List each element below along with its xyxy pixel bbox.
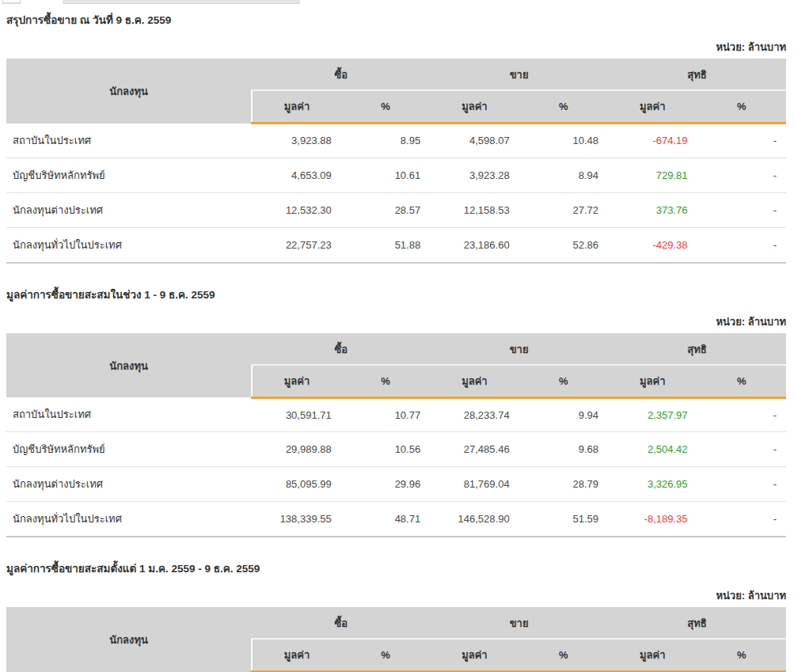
subheader-net-percent: % xyxy=(697,365,786,398)
subheader-sell-percent: % xyxy=(519,90,608,123)
net-percent-cell: - xyxy=(697,467,786,502)
sell-percent-cell: 9.94 xyxy=(519,397,608,432)
sell-percent-cell: 9.68 xyxy=(519,432,608,467)
buy-value-cell: 22,757.23 xyxy=(252,227,340,263)
buy-percent-cell: 8.95 xyxy=(341,123,430,158)
subheader-buy-percent: % xyxy=(341,365,430,398)
investor-cell: บัญชีบริษัทหลักทรัพย์ xyxy=(6,158,252,192)
sell-value-cell: 146,528.90 xyxy=(430,502,519,537)
sell-value-cell: 81,769.04 xyxy=(430,467,519,502)
subheader-buy-percent: % xyxy=(341,90,430,123)
table-row: สถาบันในประเทศ 30,591.71 10.77 28,233.74… xyxy=(6,397,786,432)
investor-cell: นักลงทุนทั่วไปในประเทศ xyxy=(6,227,252,263)
net-percent-cell: - xyxy=(697,502,786,537)
sell-value-cell: 4,598.07 xyxy=(430,123,519,158)
col-header-buy: ซื้อ xyxy=(252,607,430,639)
buy-percent-cell: 29.96 xyxy=(341,467,430,502)
buy-value-cell: 4,653.09 xyxy=(252,158,340,192)
subheader-buy-value: มูลค่า xyxy=(252,639,340,672)
period-summary-section: มูลค่าการซื้อขายสะสมในช่วง 1 - 9 ธ.ค. 25… xyxy=(6,268,786,538)
net-value-cell: 3,326.95 xyxy=(608,467,697,502)
subheader-net-value: มูลค่า xyxy=(608,90,697,123)
ytd-summary-table: นักลงทุน ซื้อ ขาย สุทธิ มูลค่า % มูลค่า … xyxy=(6,607,786,672)
net-value-cell: -429.38 xyxy=(608,227,697,263)
sell-percent-cell: 10.48 xyxy=(519,123,608,158)
daily-summary-table: นักลงทุน ซื้อ ขาย สุทธิ มูลค่า % มูลค่า … xyxy=(6,59,786,264)
sell-percent-cell: 8.94 xyxy=(519,158,608,192)
subheader-sell-value: มูลค่า xyxy=(430,90,519,123)
subheader-net-value: มูลค่า xyxy=(608,639,697,672)
investor-cell: สถาบันในประเทศ xyxy=(6,123,252,158)
net-percent-cell: - xyxy=(697,397,786,432)
unit-label: หน่วย: ล้านบาท xyxy=(6,39,786,55)
section-title: มูลค่าการซื้อขายสะสมตั้งแต่ 1 ม.ค. 2559 … xyxy=(6,542,786,577)
subheader-sell-value: มูลค่า xyxy=(430,639,519,672)
sell-value-cell: 28,233.74 xyxy=(430,397,519,432)
sell-percent-cell: 28.79 xyxy=(519,467,608,502)
sell-percent-cell: 27.72 xyxy=(519,192,608,227)
buy-value-cell: 12,532.30 xyxy=(252,192,340,227)
subheader-sell-percent: % xyxy=(519,365,608,398)
sell-value-cell: 3,923.28 xyxy=(430,158,519,192)
buy-value-cell: 30,591.71 xyxy=(252,397,340,432)
buy-percent-cell: 28.57 xyxy=(341,192,430,227)
section-title: มูลค่าการซื้อขายสะสมในช่วง 1 - 9 ธ.ค. 25… xyxy=(6,268,786,303)
subheader-net-percent: % xyxy=(697,90,786,123)
investor-cell: บัญชีบริษัทหลักทรัพย์ xyxy=(6,432,252,467)
net-percent-cell: - xyxy=(697,432,786,467)
col-header-net: สุทธิ xyxy=(608,59,786,90)
net-percent-cell: - xyxy=(697,158,786,192)
net-value-cell: 2,357.97 xyxy=(608,397,697,432)
unit-label: หน่วย: ล้านบาท xyxy=(6,587,786,604)
net-value-cell: 373.76 xyxy=(608,192,697,227)
top-tab-strip xyxy=(0,0,794,4)
ytd-summary-section: มูลค่าการซื้อขายสะสมตั้งแต่ 1 ม.ค. 2559 … xyxy=(6,542,786,672)
table-row: นักลงทุนต่างประเทศ 12,532.30 28.57 12,15… xyxy=(6,192,786,227)
col-header-investor: นักลงทุน xyxy=(6,333,252,398)
table-row: นักลงทุนทั่วไปในประเทศ 138,339.55 48.71 … xyxy=(6,502,786,537)
col-header-buy: ซื้อ xyxy=(252,333,430,365)
net-percent-cell: - xyxy=(697,123,786,158)
trading-summary-page: สรุปการซื้อขาย ณ วันที่ 9 ธ.ค. 2559 หน่ว… xyxy=(0,4,794,672)
table-row: นักลงทุนต่างประเทศ 85,095.99 29.96 81,76… xyxy=(6,467,786,502)
buy-percent-cell: 10.77 xyxy=(341,397,430,432)
net-value-cell: -674.19 xyxy=(608,123,697,158)
buy-value-cell: 138,339.55 xyxy=(252,502,340,537)
investor-cell: นักลงทุนต่างประเทศ xyxy=(6,467,252,502)
sell-value-cell: 12,158.53 xyxy=(430,192,519,227)
table-row: สถาบันในประเทศ 3,923.88 8.95 4,598.07 10… xyxy=(6,123,786,158)
buy-percent-cell: 10.61 xyxy=(341,158,430,192)
buy-percent-cell: 51.88 xyxy=(341,227,430,263)
table-row: บัญชีบริษัทหลักทรัพย์ 29,989.88 10.56 27… xyxy=(6,432,786,467)
table-row: บัญชีบริษัทหลักทรัพย์ 4,653.09 10.61 3,9… xyxy=(6,158,786,192)
col-header-investor: นักลงทุน xyxy=(6,59,252,123)
col-header-net: สุทธิ xyxy=(608,333,786,365)
buy-value-cell: 29,989.88 xyxy=(252,432,340,467)
col-header-sell: ขาย xyxy=(430,59,608,90)
sell-value-cell: 23,186.60 xyxy=(430,227,519,263)
table-row: นักลงทุนทั่วไปในประเทศ 22,757.23 51.88 2… xyxy=(6,227,786,263)
col-header-buy: ซื้อ xyxy=(252,59,430,90)
buy-percent-cell: 10.56 xyxy=(341,432,430,467)
subheader-sell-percent: % xyxy=(519,639,608,672)
sell-percent-cell: 51.59 xyxy=(519,502,608,537)
investor-cell: นักลงทุนทั่วไปในประเทศ xyxy=(6,502,252,537)
col-header-sell: ขาย xyxy=(430,607,608,639)
sell-value-cell: 27,485.46 xyxy=(430,432,519,467)
subheader-net-percent: % xyxy=(697,639,786,672)
unit-label: หน่วย: ล้านบาท xyxy=(6,313,786,330)
section-title: สรุปการซื้อขาย ณ วันที่ 9 ธ.ค. 2559 xyxy=(6,4,786,28)
col-header-net: สุทธิ xyxy=(608,607,786,639)
net-value-cell: 729.81 xyxy=(608,158,697,192)
net-percent-cell: - xyxy=(697,192,786,227)
subheader-buy-value: มูลค่า xyxy=(252,90,340,123)
investor-cell: นักลงทุนต่างประเทศ xyxy=(6,192,252,227)
subheader-buy-percent: % xyxy=(341,639,430,672)
daily-summary-section: สรุปการซื้อขาย ณ วันที่ 9 ธ.ค. 2559 หน่ว… xyxy=(6,4,786,264)
buy-value-cell: 3,923.88 xyxy=(252,123,340,158)
net-value-cell: 2,504.42 xyxy=(608,432,697,467)
tab-fragment-right[interactable] xyxy=(63,0,300,4)
tab-fragment-left[interactable] xyxy=(2,0,21,4)
col-header-sell: ขาย xyxy=(430,333,608,365)
buy-value-cell: 85,095.99 xyxy=(252,467,340,502)
